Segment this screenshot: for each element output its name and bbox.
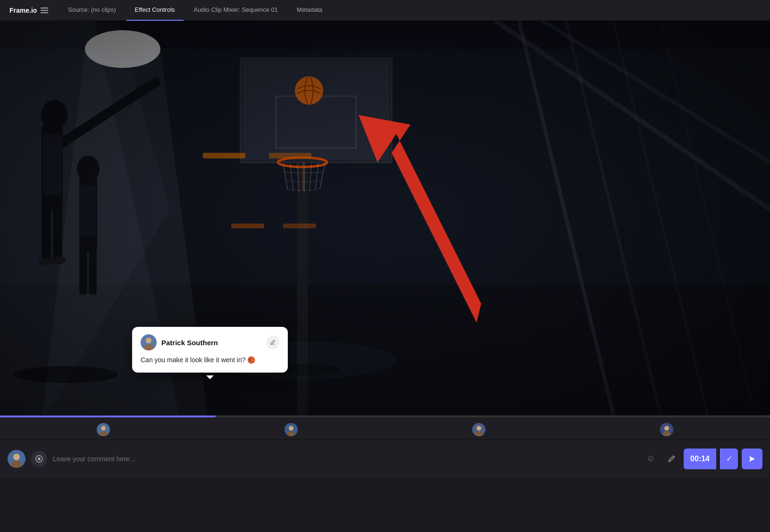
timeline-progress	[0, 416, 216, 417]
svg-point-70	[38, 457, 41, 460]
svg-point-51	[146, 338, 151, 343]
timeline-marker-1[interactable]	[97, 423, 110, 436]
tab-metadata[interactable]: Metadata	[288, 0, 331, 21]
comment-bubble: Patrick Southern Can you make it look li…	[132, 327, 288, 373]
svg-marker-71	[749, 456, 755, 462]
pen-annotation-button[interactable]	[663, 450, 680, 467]
tab-source[interactable]: Source: (no clips)	[59, 0, 124, 21]
tab-bar: Frame.io Source: (no clips) Effect Contr…	[0, 0, 770, 21]
svg-point-58	[289, 426, 293, 431]
comment-edit-button[interactable]	[266, 336, 279, 349]
tab-audio-clip-mixer[interactable]: Audio Clip Mixer: Sequence 01	[185, 0, 287, 21]
comment-user: Patrick Southern	[141, 334, 218, 350]
comment-header: Patrick Southern	[141, 334, 279, 350]
toolbar-right: ☺ 00:14 ✓	[642, 449, 762, 469]
user-avatar	[8, 450, 25, 468]
comment-text: Can you make it look like it went in? 🏀	[141, 355, 279, 365]
marker-avatar-3	[472, 423, 485, 436]
emoji-button[interactable]: ☺	[642, 450, 659, 467]
comment-input[interactable]	[53, 450, 636, 467]
comment-username: Patrick Southern	[161, 339, 218, 347]
comment-avatar	[141, 334, 157, 350]
timeline-marker-3[interactable]	[472, 423, 485, 436]
video-area: Patrick Southern Can you make it look li…	[0, 21, 770, 415]
timeline-bar[interactable]	[0, 416, 770, 417]
marker-avatar-2	[285, 423, 298, 436]
timecode-button[interactable]: 00:14	[684, 449, 716, 469]
svg-point-64	[664, 426, 669, 431]
court-scene	[0, 21, 770, 415]
timeline-marker-2[interactable]	[285, 423, 298, 436]
timeline-strip[interactable]	[0, 415, 770, 440]
hamburger-icon[interactable]	[41, 8, 48, 13]
confirm-timecode-button[interactable]: ✓	[720, 449, 738, 469]
marker-avatar-1	[97, 423, 110, 436]
timeline-markers	[9, 423, 761, 436]
timeline-marker-4[interactable]	[660, 423, 673, 436]
logo-text: Frame.io	[9, 7, 37, 14]
marker-avatar-4	[660, 423, 673, 436]
bottom-toolbar: ☺ 00:14 ✓	[0, 440, 770, 477]
svg-rect-48	[0, 21, 770, 415]
svg-point-55	[101, 426, 106, 431]
frameio-logo[interactable]: Frame.io	[5, 7, 53, 14]
comment-input-wrap	[53, 450, 636, 467]
svg-point-67	[13, 454, 20, 460]
svg-point-61	[477, 426, 481, 431]
tab-effect-controls[interactable]: Effect Controls	[126, 0, 184, 21]
draw-tool-button[interactable]	[31, 451, 47, 467]
send-comment-button[interactable]	[742, 449, 762, 469]
